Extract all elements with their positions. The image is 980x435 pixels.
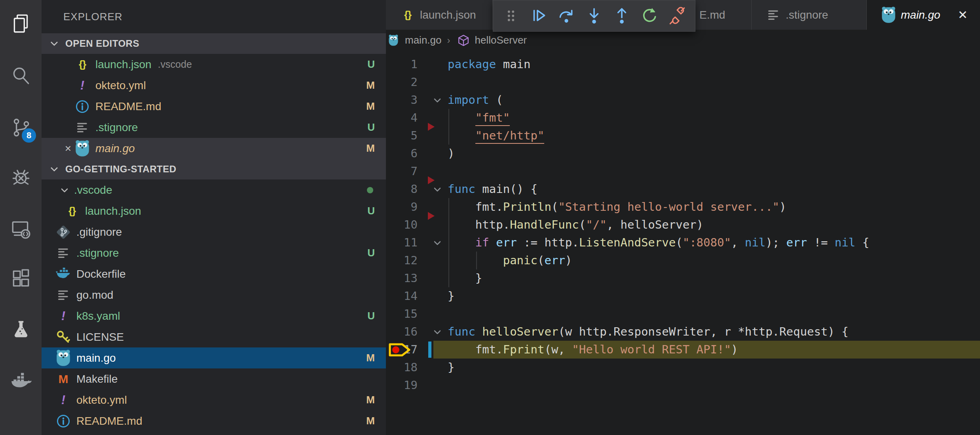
restart-button[interactable]	[638, 4, 661, 27]
tree-item-okteto.yml[interactable]: !okteto.ymlM	[42, 389, 386, 410]
file-tree: .vscode{}launch.jsonU.gitignore.stignore…	[42, 179, 386, 431]
breadcrumb-file[interactable]: main.go	[405, 34, 442, 46]
line-number[interactable]: 3	[386, 91, 427, 109]
text-cursor	[428, 342, 431, 358]
tree-item-.stignore[interactable]: .stignoreU	[42, 242, 386, 263]
step-out-icon	[613, 7, 631, 25]
line-number[interactable]: 14	[386, 287, 427, 305]
line-number[interactable]: 9	[386, 198, 427, 216]
project-section-header[interactable]: GO-GETTING-STARTED	[42, 159, 386, 179]
open-editor-main.go[interactable]: ×main.goM	[42, 138, 386, 159]
open-editors-header[interactable]: OPEN EDITORS	[42, 33, 386, 54]
tree-item-main.go[interactable]: main.goM	[42, 347, 386, 368]
tab-E.md[interactable]: E.md	[695, 0, 752, 30]
tab-main.go[interactable]: main.go✕	[867, 0, 980, 30]
activity-files-icon[interactable]	[0, 3, 42, 44]
line-number[interactable]: 11	[386, 234, 427, 252]
tree-item-.gitignore[interactable]: .gitignore	[42, 221, 386, 242]
folder-changes-dot	[367, 187, 373, 193]
line-number[interactable]: 12	[386, 252, 427, 269]
tree-item-.vscode[interactable]: .vscode	[42, 179, 386, 200]
lines-icon	[766, 8, 781, 23]
activity-docker-icon[interactable]	[0, 361, 42, 402]
file-label: .stignore	[95, 121, 138, 134]
line-number[interactable]: 13	[386, 269, 427, 287]
git-status-badge: U	[367, 58, 375, 71]
warn-icon: !	[56, 309, 71, 323]
line-number[interactable]: 6	[386, 145, 427, 162]
line-number[interactable]: 19	[386, 376, 427, 394]
file-label: README.md	[76, 415, 142, 427]
code-line-6: )	[448, 145, 454, 162]
activity-remote-icon[interactable]	[0, 208, 42, 250]
file-label: main.go	[76, 352, 116, 364]
line-number[interactable]: 16	[386, 323, 427, 341]
file-label: go.mod	[76, 289, 113, 301]
mletter-icon: M	[56, 372, 71, 386]
tab-launch.json[interactable]: {}launch.json	[386, 0, 493, 30]
git-deleted-marker[interactable]	[428, 212, 435, 220]
step-over-button[interactable]	[555, 4, 578, 27]
line-number[interactable]: 7	[386, 162, 427, 180]
line-number[interactable]: 18	[386, 359, 427, 376]
tree-item-launch.json[interactable]: {}launch.jsonU	[42, 200, 386, 221]
activity-source-control-icon[interactable]: 8	[0, 107, 42, 148]
tree-item-Makefile[interactable]: MMakefile	[42, 368, 386, 389]
fold-chevron-icon[interactable]	[429, 91, 445, 109]
tab-.stignore[interactable]: .stignore	[752, 0, 867, 30]
line-number[interactable]: 10	[386, 216, 427, 234]
activity-search-icon[interactable]	[0, 55, 42, 97]
file-label: Dockerfile	[76, 268, 125, 280]
tab-label: E.md	[699, 9, 725, 21]
fold-chevron-icon[interactable]	[429, 234, 445, 252]
line-number[interactable]: 15	[386, 305, 427, 323]
line-number[interactable]: 4	[386, 109, 427, 127]
breadcrumb-symbol[interactable]: helloServer	[475, 34, 527, 46]
tree-item-k8s.yaml[interactable]: !k8s.yamlU	[42, 305, 386, 326]
code-line-18: }	[448, 359, 454, 376]
warn-icon: !	[75, 78, 90, 93]
source-control-badge: 8	[22, 128, 36, 143]
tree-item-README.md[interactable]: README.mdM	[42, 410, 386, 431]
file-label: okteto.yml	[76, 394, 127, 406]
step-into-button[interactable]	[583, 4, 606, 27]
close-icon[interactable]: ✕	[958, 8, 968, 22]
git-deleted-marker[interactable]	[428, 176, 435, 184]
git-status-badge: M	[366, 415, 375, 427]
open-editor-.stignore[interactable]: .stignoreU	[42, 117, 386, 138]
code-editor[interactable]: 1package main23import (4 "fmt"5 "net/htt…	[386, 51, 980, 435]
line-number[interactable]: 8	[386, 180, 427, 198]
braces-icon: {}	[75, 58, 90, 71]
info-icon	[56, 414, 71, 429]
line-number[interactable]: 5	[386, 127, 427, 145]
activity-debug-icon[interactable]	[0, 157, 42, 198]
open-editor-README.md[interactable]: README.mdM	[42, 96, 386, 117]
code-line-11: if err := http.ListenAndServe(":8080", n…	[448, 234, 869, 252]
info-icon	[75, 99, 90, 114]
open-editor-launch.json[interactable]: {}launch.json.vscodeU	[42, 54, 386, 75]
line-number[interactable]: 2	[386, 73, 427, 91]
step-out-button[interactable]	[610, 4, 633, 27]
activity-testing-icon[interactable]	[0, 309, 42, 350]
breakpoint-current-icon[interactable]	[388, 342, 411, 357]
file-label: launch.json	[85, 205, 141, 218]
disconnect-button[interactable]	[666, 4, 689, 27]
git-status-badge: U	[367, 310, 375, 322]
close-icon[interactable]: ×	[61, 142, 75, 155]
activity-extensions-icon[interactable]	[0, 258, 42, 299]
tree-item-Dockerfile[interactable]: Dockerfile	[42, 263, 386, 284]
continue-button[interactable]	[527, 4, 550, 27]
tree-item-go.mod[interactable]: go.mod	[42, 284, 386, 305]
tree-item-LICENSE[interactable]: LICENSE	[42, 326, 386, 347]
lines-icon	[56, 288, 71, 303]
line-number[interactable]: 1	[386, 55, 427, 73]
open-editors-label: OPEN EDITORS	[65, 38, 139, 49]
gopher-icon	[881, 6, 896, 24]
open-editor-okteto.yml[interactable]: !okteto.ymlM	[42, 75, 386, 96]
tab-label: main.go	[901, 9, 940, 21]
git-deleted-marker[interactable]	[428, 123, 435, 131]
braces-icon: {}	[65, 205, 80, 217]
activity-bar: 8	[0, 0, 42, 435]
fold-chevron-icon[interactable]	[429, 323, 445, 341]
drag-handle[interactable]	[499, 4, 522, 27]
